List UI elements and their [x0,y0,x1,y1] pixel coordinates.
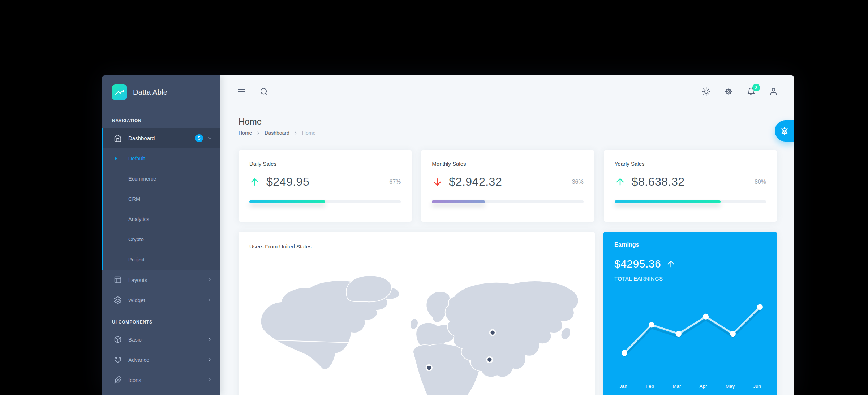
continent-greenland [346,275,391,302]
breadcrumb-home[interactable]: Home [239,130,252,136]
sidebar-item-default[interactable]: Default [103,148,220,169]
nav-caption-navigation: NAVIGATION [102,109,220,128]
chevron-down-icon [207,135,212,141]
box-icon [114,335,122,343]
sidebar-item-ecommerce[interactable]: Ecommerce [103,169,220,189]
user-profile-button[interactable] [769,87,778,96]
sidebar-item-label: Ecommerce [128,176,156,182]
stat-value: $249.95 [266,175,309,188]
progress-fill [249,200,325,203]
sidebar-item-label: Dashboard [128,135,195,141]
card-header: Users From United States [239,232,595,261]
card-title: Earnings [614,242,766,248]
hamburger-menu-button[interactable] [237,87,246,96]
stat-percent: 80% [755,179,766,185]
axis-label: Apr [700,383,707,389]
nav-group-dashboard: Dashboard 5 Default Ecommerce CRM A [102,128,220,270]
chart-data-point [676,331,682,337]
sidebar-item-label: Widget [128,297,207,303]
sidebar-item-crm[interactable]: CRM [103,189,220,209]
sidebar-item-dashboard[interactable]: Dashboard 5 [103,128,220,148]
stat-percent: 36% [572,179,584,185]
region-uk [410,319,418,330]
sidebar: Datta Able NAVIGATION Dashboard 5 D [102,75,220,395]
chart-data-point [730,331,736,337]
arrow-up-icon [249,177,260,187]
topbar: 3 [220,75,794,108]
sidebar-item-label: CRM [128,196,140,202]
progress-track [615,200,766,203]
page-header: Home Home Dashboard Home [239,117,777,136]
axis-label: Jun [753,383,761,389]
progress-track [249,200,401,203]
page-content: Home Home Dashboard Home Daily Sales [220,108,794,395]
dashboard-count-badge: 5 [195,134,203,142]
earnings-subtitle: TOTAL EARNINGS [614,275,766,282]
earnings-value: $4295.36 [614,258,661,270]
stat-percent: 67% [389,179,401,185]
axis-label: Jan [619,383,627,389]
progress-track [432,200,583,203]
active-bullet [115,157,117,160]
sidebar-item-analytics[interactable]: Analytics [103,209,220,229]
stats-row: Daily Sales $249.95 67% [239,150,777,222]
theme-brightness-button[interactable] [702,87,710,96]
sidebar-item-label: Layouts [128,277,207,283]
world-map [239,261,595,395]
desktop-background: Datta Able NAVIGATION Dashboard 5 D [0,0,868,395]
card-title: Monthly Sales [432,161,583,167]
chevron-right-icon [256,131,261,135]
map-marker [487,357,491,361]
brand[interactable]: Datta Able [102,75,220,109]
earnings-card: Earnings $4295.36 TOTAL EARNINGS [603,232,777,395]
yearly-sales-card: Yearly Sales $8.638.32 80% [604,150,777,222]
daily-sales-card: Daily Sales $249.95 67% [239,150,412,222]
sidebar-item-advance[interactable]: Advance [102,350,220,370]
sidebar-item-label: Crypto [128,236,144,242]
chevron-right-icon [207,337,212,342]
page-title: Home [239,117,777,127]
sidebar-item-label: Project [128,257,145,262]
sidebar-item-label: Default [128,156,145,161]
breadcrumb: Home Dashboard Home [239,130,777,136]
sidebar-item-project[interactable]: Project [103,249,220,270]
card-title: Yearly Sales [615,161,766,167]
stat-value: $8.638.32 [632,175,685,188]
stat-value: $2.942.32 [449,175,502,188]
map-marker [427,366,431,370]
trending-up-logo-icon [112,84,127,100]
arrow-up-icon [615,177,626,187]
layout-icon [114,276,122,284]
home-icon [114,134,122,142]
sidebar-item-widget[interactable]: Widget [102,290,220,310]
sidebar-item-icons[interactable]: Icons [102,370,220,390]
chart-data-point [622,350,627,356]
main-area: 3 Home Home Dashboard [220,75,794,395]
sidebar-item-layouts[interactable]: Layouts [102,270,220,290]
card-title: Users From United States [249,243,312,249]
arrow-up-icon [666,259,676,269]
search-button[interactable] [259,87,268,96]
arrow-down-icon [432,177,443,187]
settings-gear-button[interactable] [724,87,733,96]
axis-label: May [726,383,735,389]
notifications-bell-button[interactable]: 3 [747,87,755,96]
sidebar-item-label: Icons [128,377,207,383]
second-row: Users From United States [239,232,777,395]
users-map-card: Users From United States [239,232,595,395]
card-title: Daily Sales [249,161,401,167]
chart-x-axis-labels: Jan Feb Mar Apr May Jun [603,383,777,389]
chevron-right-icon [207,357,212,363]
nav-caption-ui-components: UI COMPONENTS [102,310,220,329]
sidebar-item-crypto[interactable]: Crypto [103,229,220,249]
region-japan [561,327,571,340]
chevron-right-icon [207,377,212,383]
sidebar-item-label: Basic [128,337,207,343]
earnings-line-chart [603,292,777,383]
breadcrumb-dashboard[interactable]: Dashboard [265,130,289,136]
feather-icon [114,376,122,384]
progress-fill [432,200,485,203]
sidebar-item-basic[interactable]: Basic [102,329,220,350]
customizer-toggle-button[interactable] [775,120,794,142]
dashboard-submenu: Default Ecommerce CRM Analytics Crypto P… [103,148,220,270]
